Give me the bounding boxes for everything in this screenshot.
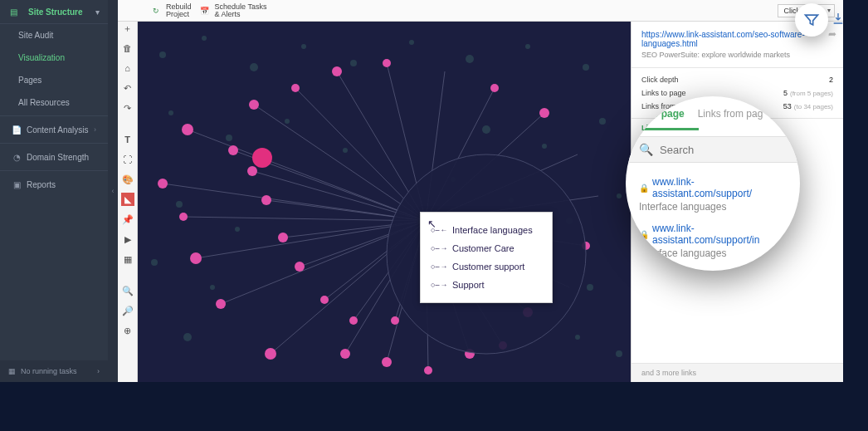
- lens-tab-from[interactable]: Links from pag: [698, 108, 763, 130]
- svg-point-26: [575, 335, 580, 340]
- svg-point-81: [490, 84, 499, 92]
- svg-point-80: [539, 108, 549, 118]
- footer-text: No running tasks: [21, 367, 77, 375]
- tooltip-row[interactable]: ○–→ Support: [431, 276, 542, 294]
- rebuild-icon: ↻: [149, 4, 163, 17]
- tooltip-row[interactable]: ○–→ Customer support: [431, 257, 542, 276]
- svg-point-75: [424, 366, 432, 375]
- svg-point-72: [349, 316, 358, 325]
- play-tool[interactable]: ▶: [121, 233, 134, 246]
- trash-button[interactable]: 🗑: [121, 42, 134, 55]
- palette-tool[interactable]: 🎨: [121, 173, 134, 186]
- fit-button[interactable]: ⊕: [121, 324, 134, 337]
- svg-point-9: [168, 110, 173, 115]
- grid-tool[interactable]: ▦: [121, 252, 134, 266]
- stat-row: Click depth 2: [641, 73, 833, 86]
- svg-point-65: [190, 252, 202, 264]
- schedule-button[interactable]: 📅 Schedule Tasks & Alerts: [198, 3, 267, 18]
- search-input[interactable]: [660, 144, 759, 156]
- share-icon[interactable]: ➦: [828, 28, 836, 40]
- svg-point-0: [159, 51, 166, 58]
- home-button[interactable]: ⌂: [121, 61, 134, 75]
- svg-point-12: [343, 148, 348, 153]
- top-toolbar: ↻ Rebuild Project 📅 Schedule Tasks & Ale…: [118, 0, 843, 22]
- sidebar-title: Site Structure: [28, 7, 83, 17]
- svg-point-74: [391, 316, 399, 325]
- sidebar-item-site-audit[interactable]: Site Audit: [0, 24, 108, 47]
- cursor-icon: ↖: [427, 218, 436, 230]
- calendar-icon: 📅: [198, 4, 212, 17]
- svg-point-86: [252, 148, 272, 168]
- add-button[interactable]: ＋: [121, 22, 134, 35]
- sidebar-header[interactable]: ▤ Site Structure ▾: [0, 0, 108, 24]
- lens-search[interactable]: 🔍: [626, 136, 800, 163]
- svg-point-4: [350, 60, 357, 66]
- sidebar-item-reports[interactable]: ▣ Reports: [0, 173, 108, 196]
- expand-tool[interactable]: ⛶: [121, 153, 134, 166]
- svg-point-2: [250, 63, 258, 71]
- rebuild-button[interactable]: ↻ Rebuild Project: [149, 3, 192, 18]
- svg-point-8: [583, 64, 589, 71]
- svg-point-5: [409, 40, 414, 45]
- svg-point-6: [466, 55, 474, 63]
- svg-point-70: [320, 296, 329, 304]
- text-tool[interactable]: T: [121, 133, 134, 146]
- sidebar-collapse-button[interactable]: ‹: [108, 0, 118, 382]
- link-out-icon: ○–→: [431, 281, 446, 289]
- download-button[interactable]: [831, 12, 845, 25]
- svg-point-3: [301, 44, 306, 49]
- svg-point-1: [202, 36, 207, 41]
- svg-line-30: [163, 184, 426, 221]
- pin-tool[interactable]: 📌: [121, 213, 134, 226]
- svg-point-15: [599, 118, 606, 125]
- svg-point-17: [235, 227, 240, 232]
- filter-button[interactable]: [795, 3, 828, 37]
- graph-canvas[interactable]: [138, 22, 631, 382]
- link-out-icon: ○–→: [431, 262, 446, 271]
- svg-point-64: [261, 195, 271, 205]
- magnifier-lens: s to page Links from pag 🔍 🔒www.link-ass…: [626, 96, 800, 271]
- flag-tool[interactable]: ◣: [121, 193, 134, 206]
- svg-point-61: [158, 179, 168, 189]
- search-icon: 🔍: [639, 143, 653, 156]
- svg-point-60: [228, 145, 238, 155]
- svg-point-24: [183, 333, 192, 341]
- svg-point-67: [216, 299, 226, 309]
- list-item[interactable]: 🔒www.link-assistant.com/support/ Interfa…: [639, 171, 787, 218]
- svg-line-32: [183, 217, 426, 221]
- svg-point-84: [291, 84, 300, 92]
- svg-point-83: [332, 66, 342, 76]
- details-footer[interactable]: and 3 more links: [631, 363, 843, 382]
- sidebar-item-visualization[interactable]: Visualization: [0, 47, 108, 69]
- sidebar-item-content-analysis[interactable]: 📄 Content Analysis ›: [0, 118, 108, 141]
- tooltip-row[interactable]: ○–← Interface languages: [431, 221, 542, 239]
- svg-point-13: [482, 125, 490, 134]
- svg-point-11: [285, 119, 290, 124]
- svg-point-22: [151, 259, 158, 266]
- svg-point-25: [587, 284, 593, 291]
- svg-point-69: [265, 348, 276, 360]
- tasks-icon: ▦: [8, 367, 16, 375]
- redo-button[interactable]: ↷: [121, 101, 134, 115]
- undo-button[interactable]: ↶: [121, 81, 134, 95]
- svg-point-7: [525, 44, 530, 49]
- svg-point-16: [176, 201, 183, 208]
- svg-point-62: [247, 166, 257, 176]
- sidebar-item-all-resources[interactable]: All Resources: [0, 91, 108, 114]
- content-icon: 📄: [12, 125, 22, 135]
- svg-point-82: [383, 59, 391, 67]
- zoom-in-button[interactable]: 🔍: [121, 284, 134, 297]
- link-out-icon: ○–→: [431, 244, 446, 252]
- tool-column: ＋ 🗑 ⌂ ↶ ↷ T ⛶ 🎨 ◣ 📌 ▶ ▦ 🔍 🔎 ⊕: [118, 0, 138, 382]
- zoom-out-button[interactable]: 🔎: [121, 304, 134, 317]
- svg-point-68: [295, 262, 305, 272]
- sidebar-item-domain-strength[interactable]: ◔ Domain Strength: [0, 145, 108, 169]
- tooltip-row[interactable]: ○–→ Customer Care: [431, 239, 542, 257]
- sidebar-item-pages[interactable]: Pages: [0, 69, 108, 91]
- node-tooltip: ↖ ○–← Interface languages ○–→ Customer C…: [420, 212, 553, 303]
- chevron-right-icon[interactable]: ›: [97, 367, 100, 375]
- svg-point-10: [226, 135, 232, 141]
- reports-icon: ▣: [12, 179, 22, 189]
- gauge-icon: ◔: [12, 152, 22, 162]
- sidebar-footer: ▦ No running tasks ›: [0, 360, 108, 382]
